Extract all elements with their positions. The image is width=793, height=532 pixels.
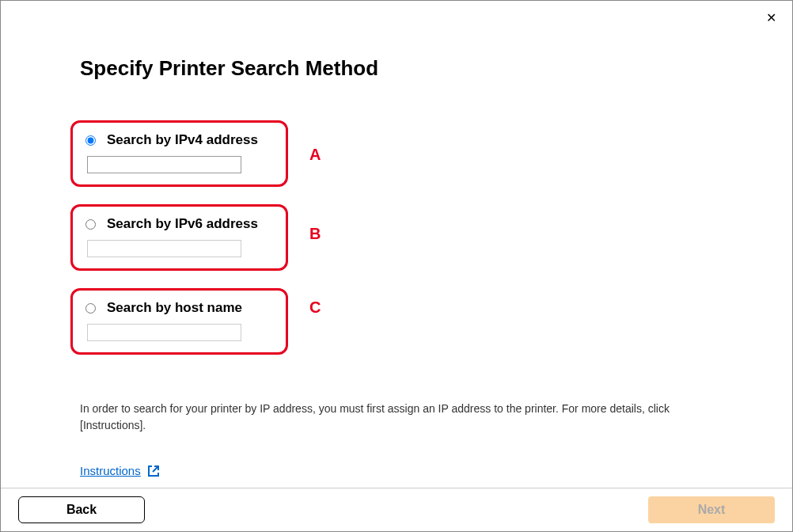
radio-hostname[interactable] (85, 303, 96, 314)
back-button[interactable]: Back (18, 496, 145, 523)
input-hostname (87, 324, 241, 341)
option-ipv4-label: Search by IPv4 address (107, 132, 258, 148)
annotation-c: C (309, 298, 321, 317)
option-hostname: Search by host name (70, 288, 288, 355)
option-ipv6: Search by IPv6 address (70, 204, 288, 271)
option-ipv4-row: Search by IPv4 address (85, 132, 273, 148)
search-options: Search by IPv4 address A Search by IPv6 … (80, 120, 713, 355)
page-title: Specify Printer Search Method (80, 56, 713, 81)
footer: Back Next (1, 488, 792, 531)
option-hostname-label: Search by host name (107, 300, 242, 316)
input-ipv6 (87, 240, 241, 257)
close-button[interactable]: ✕ (760, 7, 783, 28)
next-button: Next (648, 496, 775, 523)
close-icon: ✕ (766, 11, 776, 25)
option-ipv6-label: Search by IPv6 address (107, 216, 258, 232)
radio-ipv4[interactable] (85, 135, 96, 146)
radio-ipv6[interactable] (85, 219, 96, 230)
option-ipv6-row: Search by IPv6 address (85, 216, 273, 232)
external-link-icon (147, 465, 160, 477)
annotation-a: A (309, 146, 321, 164)
instructions-link[interactable]: Instructions (80, 464, 160, 477)
main-content: Specify Printer Search Method Search by … (1, 1, 792, 478)
option-hostname-row: Search by host name (85, 300, 273, 316)
option-ipv4: Search by IPv4 address (70, 120, 288, 187)
info-text: In order to search for your printer by I… (80, 401, 713, 434)
annotation-b: B (309, 225, 321, 243)
instructions-label: Instructions (80, 464, 141, 477)
input-ipv4[interactable] (87, 156, 241, 173)
